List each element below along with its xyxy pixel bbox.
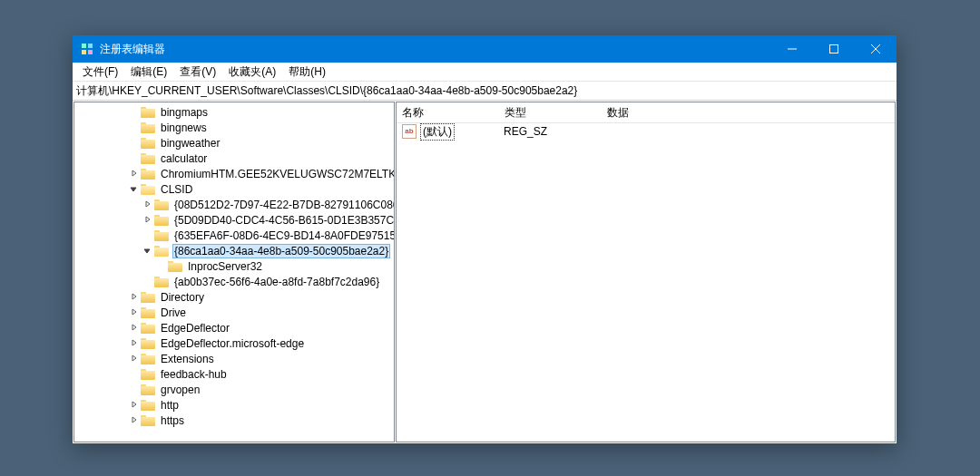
svg-rect-2 [82,50,86,54]
window-buttons [771,35,897,63]
tree-item-label: InprocServer32 [186,259,264,274]
chevron-right-icon[interactable] [129,323,139,333]
folder-icon [141,337,155,349]
menu-favorites[interactable]: 收藏夹(A) [222,63,282,82]
tree-pane[interactable]: bingmapsbingnewsbingweathercalculatorChr… [74,102,395,442]
chevron-right-icon[interactable] [142,199,152,209]
chevron-right-icon[interactable] [142,215,152,225]
regedit-icon [80,42,94,56]
column-name[interactable]: 名称 [397,102,499,123]
chevron-right-icon[interactable] [129,169,139,179]
column-type[interactable]: 类型 [499,102,602,123]
tree-item-label: {86ca1aa0-34aa-4e8b-a509-50c905bae2a2} [172,244,390,258]
tree-item[interactable]: bingweather [74,135,394,151]
regedit-window: 注册表编辑器 文件(F) 编辑(E) 查看(V) 收藏夹(A) 帮助(H) 计算… [73,35,897,443]
titlebar[interactable]: 注册表编辑器 [73,35,897,63]
chevron-right-icon[interactable] [129,415,139,425]
address-text: 计算机\HKEY_CURRENT_USER\Software\Classes\C… [76,83,577,99]
tree-item[interactable]: feedback-hub [74,366,394,382]
tree-item[interactable]: {ab0b37ec-56f6-4a0e-a8fd-7a8bf7c2da96} [74,274,394,289]
tree-item[interactable]: Directory [74,289,394,305]
value-row[interactable]: ab(默认)REG_SZ [397,123,895,140]
tree-item[interactable]: calculator [74,151,394,166]
tree-item-label: {08D512D2-7D97-4E22-B7DB-82791106C086} [172,198,394,212]
tree-item-label: Extensions [159,352,216,366]
menu-view[interactable]: 查看(V) [173,63,222,82]
folder-icon [154,276,169,287]
tree-item-label: EdgeDeflector.microsoft-edge [159,336,306,351]
column-data[interactable]: 数据 [602,102,895,123]
tree-item[interactable]: {5D09DD40-CDC4-4C56-B615-0D1E3B357C2B} [74,212,394,228]
window-title: 注册表编辑器 [100,42,771,57]
chevron-down-icon[interactable] [129,184,139,194]
tree-item[interactable]: {635EFA6F-08D6-4EC9-BD14-8A0FDE975159} [74,228,394,243]
folder-icon [141,137,155,149]
folder-icon [141,306,155,318]
tree-item-label: https [159,413,186,428]
tree-item[interactable]: http [74,397,394,413]
chevron-right-icon[interactable] [129,307,139,317]
chevron-right-icon[interactable] [129,338,139,348]
tree-item-label: ChromiumHTM.GEE52KVELUGWSC72M7ELTKLFVI [159,167,394,181]
values-rows: ab(默认)REG_SZ [397,123,895,442]
tree-item[interactable]: Extensions [74,351,394,366]
tree-item-label: bingmaps [159,105,210,120]
folder-icon [141,399,155,411]
menu-file[interactable]: 文件(F) [76,63,124,82]
folder-icon [141,168,155,180]
tree-item-label: EdgeDeflector [159,321,231,335]
tree-item[interactable]: Drive [74,305,394,320]
chevron-down-icon[interactable] [142,246,152,256]
tree-item[interactable]: bingmaps [74,104,394,120]
folder-icon [141,183,155,195]
svg-rect-0 [82,44,86,48]
tree-item-label: {5D09DD40-CDC4-4C56-B615-0D1E3B357C2B} [172,213,394,228]
folder-icon [141,121,155,133]
svg-rect-1 [88,44,93,48]
folder-icon [154,199,169,210]
registry-tree: bingmapsbingnewsbingweathercalculatorChr… [74,102,394,430]
tree-item-label: Directory [159,290,206,305]
folder-icon [141,322,155,334]
chevron-right-icon[interactable] [129,400,139,410]
value-data [600,131,895,132]
tree-item-label: CLSID [159,182,194,197]
menu-edit[interactable]: 编辑(E) [124,63,173,82]
maximize-button[interactable] [813,35,855,63]
minimize-button[interactable] [771,35,813,63]
tree-item-label: {ab0b37ec-56f6-4a0e-a8fd-7a8bf7c2da96} [172,275,381,289]
folder-icon [141,152,155,164]
tree-item-label: grvopen [159,383,201,397]
tree-item-label: feedback-hub [159,367,229,382]
tree-item[interactable]: ChromiumHTM.GEE52KVELUGWSC72M7ELTKLFVI [74,166,394,181]
tree-item[interactable]: {08D512D2-7D97-4E22-B7DB-82791106C086} [74,197,394,212]
values-header: 名称 类型 数据 [397,102,895,123]
chevron-right-icon[interactable] [129,354,139,364]
tree-item[interactable]: CLSID [74,181,394,197]
tree-item[interactable]: bingnews [74,120,394,135]
folder-icon [141,291,155,303]
close-button[interactable] [855,35,897,63]
values-pane[interactable]: 名称 类型 数据 ab(默认)REG_SZ [396,102,896,442]
value-type: REG_SZ [498,124,600,139]
tree-item[interactable]: {86ca1aa0-34aa-4e8b-a509-50c905bae2a2} [74,243,394,258]
tree-item[interactable]: EdgeDeflector [74,320,394,335]
tree-item-label: calculator [159,151,209,166]
folder-icon [154,229,169,241]
folder-icon [154,245,169,257]
tree-item[interactable]: InprocServer32 [74,258,394,274]
address-bar[interactable]: 计算机\HKEY_CURRENT_USER\Software\Classes\C… [73,82,897,101]
tree-item-label: bingnews [159,121,209,135]
svg-rect-3 [88,50,93,54]
folder-icon [141,353,155,364]
tree-item[interactable]: EdgeDeflector.microsoft-edge [74,335,394,351]
menu-help[interactable]: 帮助(H) [282,63,332,82]
tree-item[interactable]: grvopen [74,382,394,397]
chevron-right-icon[interactable] [129,292,139,302]
folder-icon [154,214,169,226]
tree-item-label: Drive [159,306,188,320]
folder-icon [141,106,155,118]
tree-item-label: http [159,398,181,413]
tree-item-label: bingweather [159,136,221,151]
tree-item[interactable]: https [74,413,394,428]
